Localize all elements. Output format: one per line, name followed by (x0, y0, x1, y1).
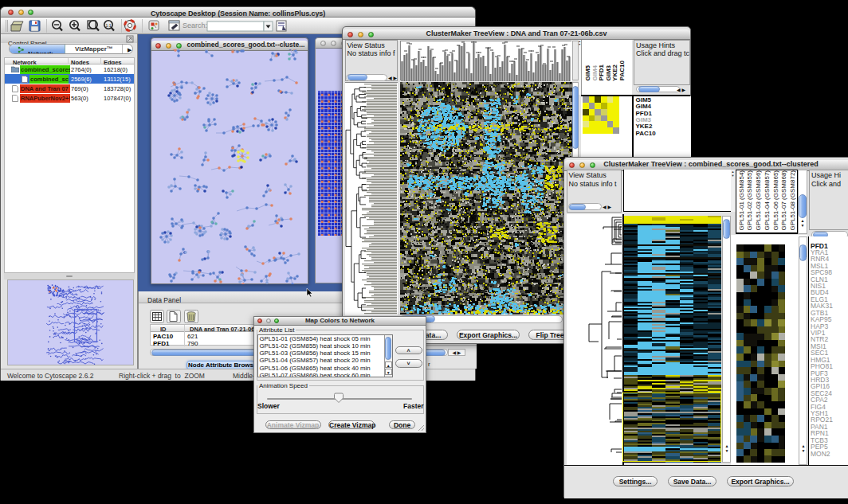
svg-text:Search:: Search: (183, 21, 207, 29)
svg-text:1:1: 1:1 (106, 23, 112, 28)
